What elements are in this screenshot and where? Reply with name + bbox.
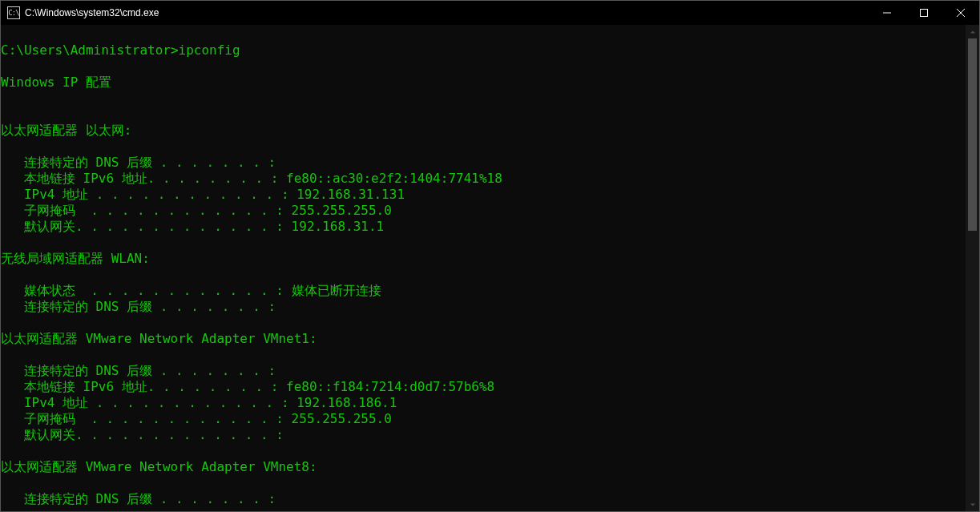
content-area: C:\Users\Administrator>ipconfig Windows … bbox=[1, 25, 979, 511]
scroll-thumb[interactable] bbox=[968, 38, 977, 231]
minimize-button[interactable] bbox=[869, 1, 905, 25]
cmd-icon: C:\ bbox=[7, 6, 20, 19]
vertical-scrollbar[interactable] bbox=[966, 25, 979, 511]
minimize-icon bbox=[883, 9, 891, 17]
svg-rect-1 bbox=[921, 10, 928, 17]
close-icon bbox=[957, 9, 965, 17]
maximize-button[interactable] bbox=[905, 1, 942, 25]
terminal-output[interactable]: C:\Users\Administrator>ipconfig Windows … bbox=[1, 25, 966, 511]
scroll-up-button[interactable] bbox=[966, 25, 979, 38]
chevron-down-icon bbox=[970, 502, 976, 508]
maximize-icon bbox=[920, 9, 928, 17]
titlebar[interactable]: C:\ C:\Windows\system32\cmd.exe bbox=[1, 1, 979, 25]
cmd-window: C:\ C:\Windows\system32\cmd.exe C:\Users… bbox=[0, 0, 980, 512]
chevron-up-icon bbox=[970, 29, 976, 35]
window-title: C:\Windows\system32\cmd.exe bbox=[25, 7, 159, 18]
scroll-down-button[interactable] bbox=[966, 498, 979, 511]
close-button[interactable] bbox=[942, 1, 979, 25]
